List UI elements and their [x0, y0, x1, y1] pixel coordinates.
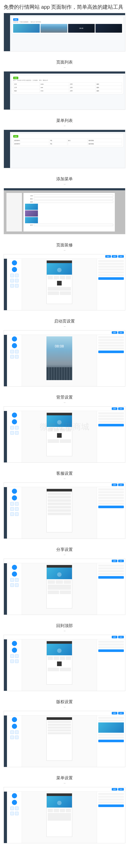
- screenshot-copyright-settings: 保存发布: [4, 711, 125, 767]
- section-title: 分享设置: [0, 544, 129, 554]
- section-title: 回到顶部: [0, 620, 129, 629]
- screenshot-menu-settings: 保存发布: [4, 787, 125, 843]
- admin-sidebar: [4, 15, 10, 51]
- screenshot-page-decorate: 预览保存发布: [4, 254, 125, 310]
- section-title: 添加菜单: [0, 173, 129, 183]
- template-thumb: 08:08: [68, 24, 95, 33]
- screenshot-page-list: 添加 提示：列表展示所有已创建页面，支持编辑、复制、删除操作 首页index启用…: [4, 71, 125, 110]
- section-subtitle: ⸺: [0, 66, 129, 69]
- qr-icon: [57, 281, 62, 285]
- intro-screenshot-section: 添加 页面列表 · 可视化拖拽编辑 · 一键生成小程序页面 08:08: [0, 13, 129, 52]
- watermarked-section: 背景设置 ⸺ 保存发布: [0, 391, 129, 463]
- menu-form: 名称 图标 链接 排序: [24, 193, 115, 231]
- section-title: 页面列表: [0, 56, 129, 66]
- section-title: 背景设置: [0, 391, 129, 401]
- template-thumb: [41, 24, 67, 33]
- preview-image: [98, 722, 124, 733]
- phone-preview: [47, 260, 72, 304]
- section-title: 菜单列表: [0, 115, 129, 124]
- properties-panel: [97, 259, 125, 310]
- screenshot-background-settings: 保存发布: [4, 406, 125, 463]
- screenshot-service-settings: 保存发布: [4, 483, 125, 539]
- section-title: 启动页设置: [0, 315, 129, 325]
- component-toolbar: [7, 259, 22, 310]
- page-title: 免费的行情网站 app 页面制作，简单高效的建站工具: [0, 0, 129, 13]
- add-button: 添加: [13, 76, 18, 79]
- screenshot-add-menu: 名称 图标 链接 排序: [4, 188, 125, 234]
- screenshot-backtop-settings: 保存发布: [4, 635, 125, 691]
- section-title: 页面装修: [0, 239, 129, 249]
- template-thumb: [13, 24, 40, 33]
- section-title: 菜单设置: [0, 772, 129, 782]
- screenshot-menu-list: 添加 底部菜单14项默认编辑 删除 底部菜单25项-编辑 删除: [4, 130, 125, 168]
- banner-image: [47, 263, 72, 275]
- screenshot-splash-settings: 保存发布 08:08: [4, 330, 125, 386]
- template-thumb: [96, 24, 122, 33]
- screenshot-page-editor: 添加 页面列表 · 可视化拖拽编辑 · 一键生成小程序页面 08:08: [4, 13, 125, 52]
- page-table: 首页index启用编辑 分类cate启用编辑 我的mine启用编辑: [13, 82, 122, 93]
- section-title: 版权设置: [0, 696, 129, 706]
- screenshot-share-settings: 保存发布: [4, 559, 125, 615]
- tool-item: [12, 260, 17, 266]
- splash-preview: 08:08: [47, 336, 72, 380]
- section-title: 客服设置: [0, 467, 129, 477]
- splash-clock: 08:08: [55, 344, 64, 348]
- add-button: 添加: [13, 18, 18, 21]
